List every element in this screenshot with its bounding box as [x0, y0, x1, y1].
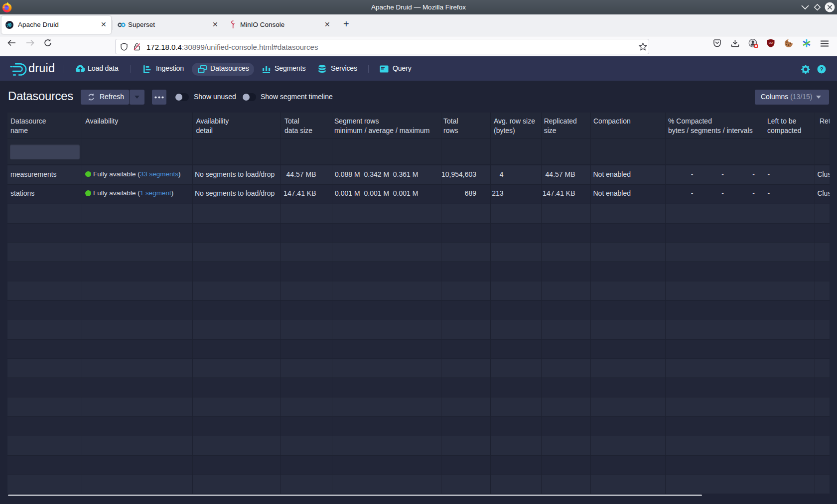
- svg-text:?: ?: [820, 66, 824, 72]
- svg-text:uO: uO: [769, 41, 773, 44]
